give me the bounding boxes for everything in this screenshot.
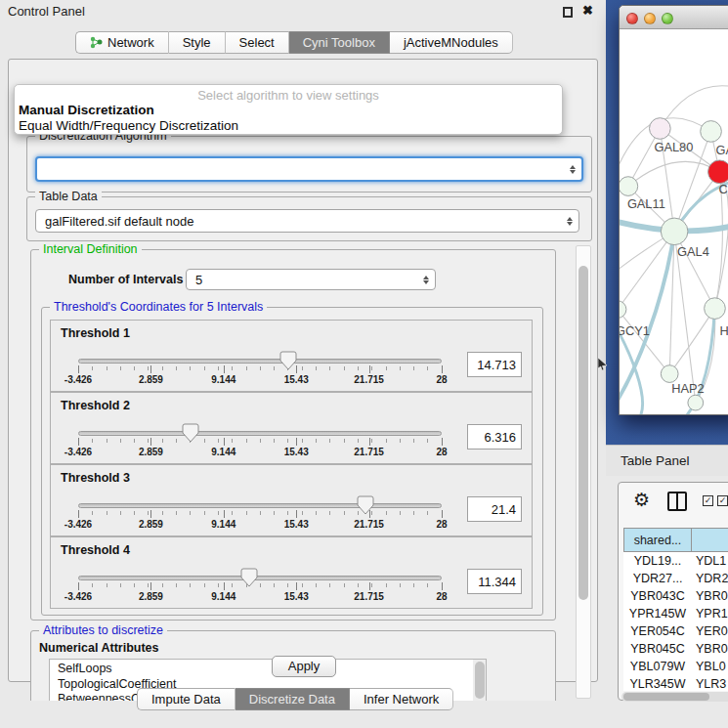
table-row[interactable]: YLR345WYLR3 [623,675,728,691]
slider-thumb[interactable] [357,495,374,515]
table-cell[interactable]: YDL1 [692,552,728,570]
table-cell[interactable]: YPR145W [623,605,692,622]
slider-track[interactable] [78,576,442,580]
table-cell[interactable]: YBR045C [623,640,692,658]
column-header-shared-name[interactable]: shared... [623,528,692,552]
table-row[interactable]: YER054CYER0 [623,622,728,640]
network-node[interactable] [688,395,704,410]
network-window-titlebar[interactable] [620,6,728,29]
table-cell[interactable]: YDR2 [692,570,728,587]
tab-infer-network[interactable]: Infer Network [350,688,453,710]
table-cell[interactable]: YDR27... [623,570,692,587]
table-cell[interactable]: YDL19... [623,552,692,570]
table-row[interactable]: YBL079WYBL0 [623,658,728,675]
tab-label: Style [183,32,211,54]
column-header-name[interactable]: n [692,528,728,552]
table-row[interactable]: YBR043CYBR0 [623,587,728,605]
tab-style[interactable]: Style [169,31,226,54]
threshold-1-slider[interactable]: -3.4262.8599.14415.4321.71528 [51,321,532,391]
table-cell[interactable]: YBR0 [692,587,728,605]
network-node[interactable] [620,177,638,196]
tab-jactivemnodules[interactable]: jActiveMNodules [390,31,513,54]
network-node[interactable] [708,160,728,184]
float-window-icon[interactable] [563,7,573,18]
major-tick [78,438,79,446]
close-icon[interactable]: ✖ [582,3,593,18]
table-cell[interactable]: YBR043C [623,587,692,605]
attributes-list-scrollbar[interactable] [473,660,486,701]
close-traffic-light[interactable] [626,13,638,24]
threshold-2-value-field[interactable]: 6.316 [467,424,522,450]
tab-select[interactable]: Select [226,31,289,54]
tab-network[interactable]: Network [75,31,169,54]
panel-title: Control Panel [8,4,85,19]
table-cell[interactable]: YER0 [692,622,728,640]
table-cell[interactable]: YBL0 [692,658,728,675]
network-node[interactable] [701,121,722,143]
column-layout-icon[interactable] [667,492,687,511]
settings-scroll-area: Interval Definition Number of Intervals … [22,243,599,701]
tab-cyni-toolbox[interactable]: Cyni Toolbox [289,31,390,54]
tab-discretize-data[interactable]: Discretize Data [236,688,350,710]
settings-vertical-scrollbar[interactable] [576,245,591,699]
combo-stepper-icon [423,270,429,289]
network-node[interactable] [705,298,726,320]
scrollbar-thumb[interactable] [623,693,709,701]
table-cell[interactable]: YBL079W [623,658,692,675]
zoom-traffic-light[interactable] [662,13,673,24]
network-node[interactable] [620,301,626,319]
network-node[interactable] [650,118,671,140]
table-cell[interactable]: YBR0 [692,640,728,658]
slider-track[interactable] [78,359,442,364]
network-node[interactable] [661,365,678,383]
number-of-intervals-label: Number of Intervals [68,273,183,286]
tab-impute-data[interactable]: Impute Data [137,688,236,710]
slider-track[interactable] [78,431,442,436]
algorithm-dropdown-popup: Select algorithm to view settings Manual… [14,84,563,135]
apply-button[interactable]: Apply [272,656,336,677]
scrollbar-thumb[interactable] [578,266,588,600]
group-title: Table Data [35,190,102,203]
threshold-2-slider[interactable]: -3.4262.8599.14415.4321.71528 [51,393,532,463]
threshold-1-value-field[interactable]: 14.713 [467,352,522,377]
major-tick [442,582,443,590]
network-canvas[interactable]: GAL80GACGAL11GAL4GCY1HHAP2 [620,30,728,414]
table-cell[interactable]: YLR3 [692,675,728,691]
table-cell[interactable]: YER054C [623,622,692,640]
node-label: GAL4 [677,244,709,259]
major-tick [150,582,151,590]
threshold-3-slider[interactable]: -3.4262.8599.14415.4321.71528 [51,465,532,535]
tab-label: Network [107,32,154,54]
threshold-4-value-field[interactable]: 11.344 [467,569,522,594]
tick-label: 21.715 [354,519,384,530]
node-label: GAL80 [654,140,693,154]
network-view-window[interactable]: GAL80GACGAL11GAL4GCY1HHAP2 [619,5,728,415]
slider-thumb[interactable] [279,351,297,370]
table-row[interactable]: YDL19...YDL1 [623,552,728,570]
table-horizontal-scrollbar[interactable] [621,692,728,702]
table-cell[interactable]: YPR1 [692,605,728,622]
scrollbar-thumb[interactable] [475,662,485,699]
slider-thumb[interactable] [182,423,199,443]
dropdown-option-equal-width-frequency[interactable]: Equal Width/Frequency Discretization [18,118,559,134]
checkbox-icon[interactable]: ✓ [717,495,728,506]
major-tick [78,510,79,518]
table-panel-box: ⚙ ✓ ✓ shared... n YDL19...YDL1YDR27...YD… [618,482,728,701]
table-data-combobox[interactable]: galFiltered.sif default node [35,209,579,233]
table-row[interactable]: YPR145WYPR1 [623,605,728,622]
algorithm-combobox[interactable] [35,156,583,182]
slider-major-ticks [78,582,442,590]
table-cell[interactable]: YLR345W [623,675,692,691]
slider-track[interactable] [78,503,442,508]
table-row[interactable]: YDR27...YDR2 [623,570,728,587]
threshold-4-slider[interactable]: -3.4262.8599.14415.4321.71528 [51,537,532,608]
dropdown-option-manual-discretization[interactable]: Manual Discretization [18,103,559,118]
number-of-intervals-combobox[interactable]: 5 [186,269,436,290]
gear-icon[interactable]: ⚙ [633,489,650,511]
table-row[interactable]: YBR045CYBR0 [623,640,728,658]
network-node[interactable] [661,218,688,245]
checkbox-icon[interactable]: ✓ [703,495,713,506]
slider-thumb[interactable] [240,568,258,587]
threshold-3-value-field[interactable]: 21.4 [467,496,522,522]
minimize-traffic-light[interactable] [644,13,656,24]
